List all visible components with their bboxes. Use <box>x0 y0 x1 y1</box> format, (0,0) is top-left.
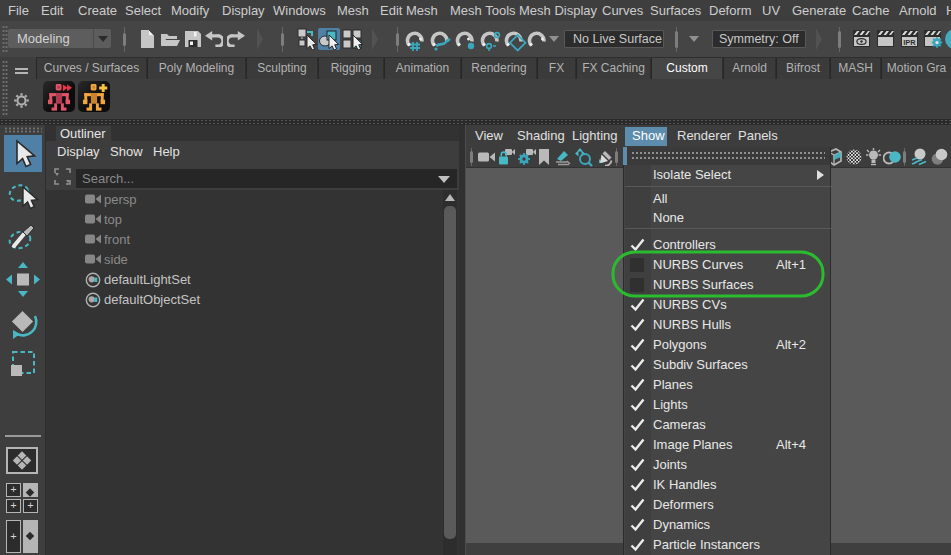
svg-text:IPR: IPR <box>903 38 916 47</box>
